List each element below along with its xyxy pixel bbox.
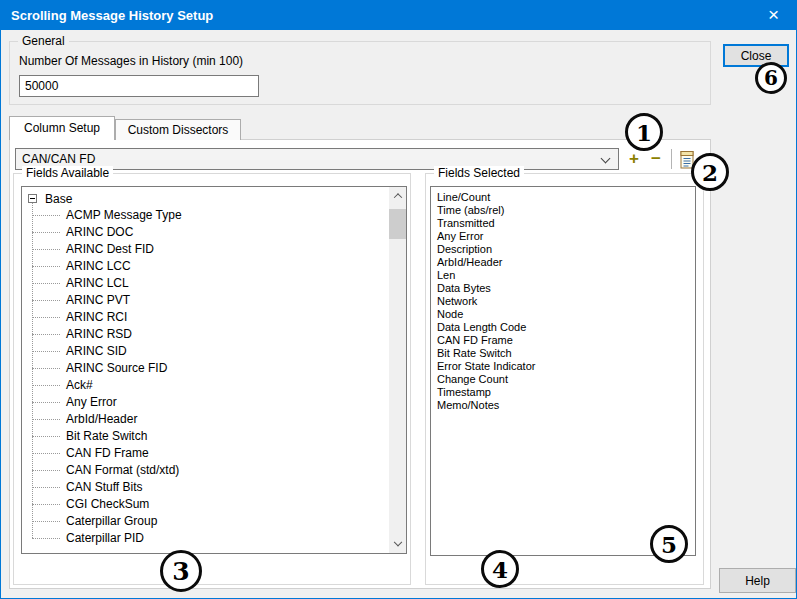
tree-item[interactable]: Caterpillar Group <box>22 513 406 530</box>
tree-item[interactable]: ARINC SID <box>22 343 406 360</box>
message-count-input[interactable]: 50000 <box>19 75 259 97</box>
selected-field-item[interactable]: Data Bytes <box>437 282 695 295</box>
tree-item[interactable]: Caterpillar PID <box>22 530 406 547</box>
tree-scrollbar[interactable] <box>389 187 406 553</box>
selected-field-item[interactable]: Data Length Code <box>437 321 695 334</box>
tree-item[interactable]: CAN Stuff Bits <box>22 479 406 496</box>
window-close-icon[interactable]: × <box>751 1 796 30</box>
toolbar-separator <box>671 149 672 169</box>
selected-field-item[interactable]: ArbId/Header <box>437 256 695 269</box>
selected-field-item[interactable]: Transmitted <box>437 217 695 230</box>
tree-item[interactable]: Any Error <box>22 394 406 411</box>
title-bar[interactable]: Scrolling Message History Setup × <box>1 1 796 30</box>
scroll-up-icon[interactable] <box>389 187 406 204</box>
annotation-circle-4: 4 <box>481 550 519 588</box>
tree-item[interactable]: ARINC DOC <box>22 224 406 241</box>
fields-available-legend: Fields Available <box>22 166 113 181</box>
selected-field-item[interactable]: Any Error <box>437 230 695 243</box>
annotation-circle-2: 2 <box>691 153 729 191</box>
selected-field-item[interactable]: Len <box>437 269 695 282</box>
tree-item[interactable]: CGI CheckSum <box>22 496 406 513</box>
selected-field-item[interactable]: Bit Rate Switch <box>437 347 695 360</box>
add-dissector-icon[interactable]: + <box>625 148 643 170</box>
help-button[interactable]: Help <box>719 568 796 593</box>
scroll-down-icon[interactable] <box>389 536 406 553</box>
annotation-circle-3: 3 <box>160 550 202 592</box>
annotation-circle-1: 1 <box>625 113 663 151</box>
fields-available-groupbox: Fields Available Base ACMP Message Type … <box>13 173 411 585</box>
tree-item[interactable]: ARINC LCL <box>22 275 406 292</box>
tree-item[interactable]: ArbId/Header <box>22 411 406 428</box>
fields-selected-list[interactable]: Line/Count Time (abs/rel) Transmitted An… <box>430 186 696 556</box>
selected-field-item[interactable]: Memo/Notes <box>437 399 695 412</box>
tab-custom-dissectors[interactable]: Custom Dissectors <box>115 119 241 140</box>
selected-field-item[interactable]: Error State Indicator <box>437 360 695 373</box>
annotation-circle-5: 5 <box>650 525 688 563</box>
tab-column-setup[interactable]: Column Setup <box>9 116 115 140</box>
fields-selected-legend: Fields Selected <box>434 166 524 181</box>
tree-collapse-icon[interactable] <box>28 194 37 203</box>
tree-item[interactable]: ACMP Message Type <box>22 207 406 224</box>
tree-item[interactable]: Bit Rate Switch <box>22 428 406 445</box>
general-legend: General <box>18 34 69 49</box>
selected-field-item[interactable]: CAN FD Frame <box>437 334 695 347</box>
selected-field-item[interactable]: Timestamp <box>437 386 695 399</box>
tree-item[interactable]: ARINC Source FID <box>22 360 406 377</box>
dissector-selected-value: CAN/CAN FD <box>22 152 95 166</box>
selected-field-item[interactable]: Network <box>437 295 695 308</box>
fields-selected-groupbox: Fields Selected Line/Count Time (abs/rel… <box>425 173 704 585</box>
tree-item[interactable]: CAN Format (std/xtd) <box>22 462 406 479</box>
tree-item[interactable]: Ack# <box>22 377 406 394</box>
dialog-scrolling-message-history-setup: Scrolling Message History Setup × Genera… <box>0 0 797 599</box>
tree-item[interactable]: CAN FD Frame <box>22 445 406 462</box>
scrollbar-thumb[interactable] <box>389 209 406 239</box>
remove-dissector-icon[interactable]: − <box>647 148 665 170</box>
tree-item[interactable]: ARINC PVT <box>22 292 406 309</box>
fields-available-tree[interactable]: Base ACMP Message Type ARINC DOC ARINC D… <box>21 186 407 554</box>
tree-item-list: ACMP Message Type ARINC DOC ARINC Dest F… <box>22 207 406 547</box>
selected-field-item[interactable]: Line/Count <box>437 191 695 204</box>
annotation-circle-6: 6 <box>755 62 787 94</box>
chevron-down-icon <box>601 154 611 164</box>
tree-root-row[interactable]: Base <box>28 190 72 207</box>
window-title: Scrolling Message History Setup <box>11 1 213 30</box>
selected-field-item[interactable]: Node <box>437 308 695 321</box>
message-count-label: Number Of Messages in History (min 100) <box>19 54 243 68</box>
tree-item[interactable]: ARINC LCC <box>22 258 406 275</box>
selected-field-item[interactable]: Change Count <box>437 373 695 386</box>
tree-item[interactable]: ARINC RCI <box>22 309 406 326</box>
tree-item[interactable]: ARINC RSD <box>22 326 406 343</box>
tree-root-label: Base <box>45 192 72 206</box>
tree-item[interactable]: ARINC Dest FID <box>22 241 406 258</box>
selected-field-item[interactable]: Description <box>437 243 695 256</box>
selected-field-item[interactable]: Time (abs/rel) <box>437 204 695 217</box>
